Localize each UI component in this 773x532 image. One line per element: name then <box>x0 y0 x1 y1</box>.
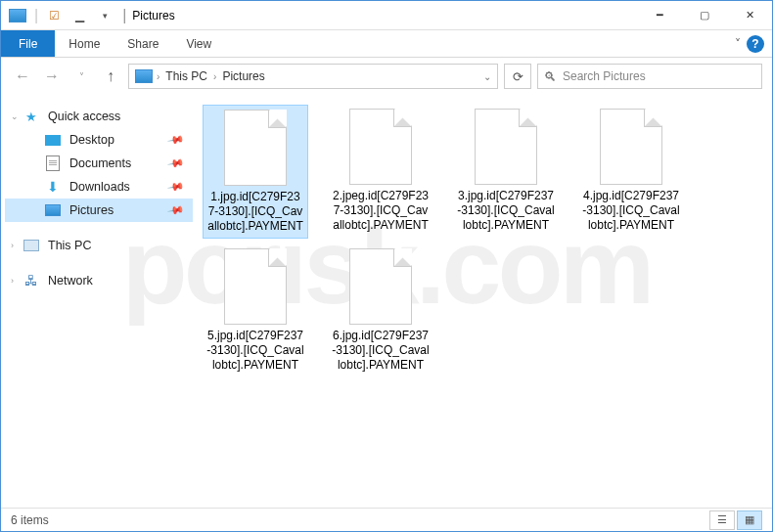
collapse-icon[interactable]: ⌄ <box>11 111 19 121</box>
file-item[interactable]: 2.jpeg.id[C279F237-3130].[ICQ_Cavallobtc… <box>328 105 433 239</box>
file-item[interactable]: 4.jpg.id[C279F237-3130].[ICQ_Cavallobtc]… <box>578 105 684 239</box>
file-item[interactable]: 1.jpg.id[C279F237-3130].[ICQ_Cavallobtc]… <box>203 105 308 239</box>
sidebar-label: Documents <box>69 156 131 170</box>
file-name: 4.jpg.id[C279F237-3130].[ICQ_Cavallobtc]… <box>582 189 680 233</box>
file-name: 2.jpeg.id[C279F237-3130].[ICQ_Cavallobtc… <box>332 189 430 233</box>
qat-properties-icon[interactable]: ☑ <box>42 5 66 26</box>
sidebar-label: Pictures <box>69 203 114 217</box>
breadcrumb-pictures[interactable]: Pictures <box>220 69 266 83</box>
expand-icon[interactable]: › <box>11 241 14 250</box>
chevron-right-icon[interactable]: › <box>213 71 216 82</box>
sidebar-item-network[interactable]: › 🖧 Network <box>5 269 193 292</box>
separator: | <box>34 7 38 24</box>
pin-icon: 📌 <box>167 155 186 173</box>
view-icons-button[interactable]: ▦ <box>737 510 762 530</box>
pin-icon: 📌 <box>167 178 186 197</box>
forward-button[interactable]: → <box>40 65 64 88</box>
star-icon: ★ <box>23 110 40 124</box>
folder-icon <box>135 69 153 83</box>
sidebar-label: Desktop <box>69 133 114 147</box>
tab-share[interactable]: Share <box>114 30 172 57</box>
help-icon[interactable]: ? <box>747 35 764 53</box>
search-input[interactable]: 🔍︎ Search Pictures <box>537 64 762 89</box>
up-button[interactable]: ↑ <box>99 65 122 88</box>
search-icon: 🔍︎ <box>544 69 557 84</box>
qat-dropdown-icon[interactable]: ▾ <box>93 5 116 26</box>
sidebar-label: Network <box>48 274 93 288</box>
address-bar[interactable]: › This PC › Pictures ⌄ <box>128 64 498 89</box>
titlebar: | ☑ ▁ ▾ | Pictures ━ ▢ ✕ <box>1 1 772 30</box>
status-bar: 6 items ☰ ▦ <box>1 508 772 531</box>
address-dropdown-icon[interactable]: ⌄ <box>483 71 491 82</box>
network-icon: 🖧 <box>23 273 40 288</box>
qat-new-folder-icon[interactable]: ▁ <box>68 5 91 26</box>
sidebar-item-desktop[interactable]: Desktop 📌 <box>5 128 193 152</box>
download-icon: ⬇ <box>44 179 62 195</box>
file-icon <box>224 248 287 325</box>
quick-access-toolbar: ☑ ▁ ▾ <box>42 5 116 26</box>
separator: | <box>122 7 126 24</box>
minimize-button[interactable]: ━ <box>637 1 682 30</box>
view-details-button[interactable]: ☰ <box>709 510 735 530</box>
desktop-icon <box>45 135 61 146</box>
tab-file[interactable]: File <box>1 30 55 57</box>
file-item[interactable]: 6.jpg.id[C279F237-3130].[ICQ_Cavallobtc]… <box>328 244 433 377</box>
maximize-button[interactable]: ▢ <box>682 1 727 30</box>
sidebar-item-downloads[interactable]: ⬇ Downloads 📌 <box>5 175 193 199</box>
tab-home[interactable]: Home <box>55 30 114 57</box>
sidebar-item-quick-access[interactable]: ⌄ ★ Quick access <box>5 105 193 128</box>
sidebar-item-documents[interactable]: Documents 📌 <box>5 152 193 175</box>
close-button[interactable]: ✕ <box>727 1 772 30</box>
pictures-icon <box>45 204 61 216</box>
file-name: 5.jpg.id[C279F237-3130].[ICQ_Cavallobtc]… <box>206 329 304 373</box>
back-button[interactable]: ← <box>11 65 34 88</box>
pc-icon <box>23 240 39 251</box>
window-title: Pictures <box>132 9 174 22</box>
explorer-icon <box>9 9 26 22</box>
ribbon-expand-icon[interactable]: ˅ <box>735 37 741 51</box>
file-item[interactable]: 5.jpg.id[C279F237-3130].[ICQ_Cavallobtc]… <box>203 244 308 377</box>
search-placeholder: Search Pictures <box>563 69 646 83</box>
file-icon <box>600 109 662 185</box>
sidebar-item-this-pc[interactable]: › This PC <box>5 234 193 257</box>
sidebar-item-pictures[interactable]: Pictures 📌 <box>5 199 193 222</box>
refresh-button[interactable]: ⟳ <box>504 64 531 89</box>
navigation-pane: ⌄ ★ Quick access Desktop 📌 Documents 📌 ⬇… <box>1 95 197 508</box>
file-name: 1.jpg.id[C279F237-3130].[ICQ_Cavallobtc]… <box>207 190 303 234</box>
breadcrumb-this-pc[interactable]: This PC <box>163 69 209 83</box>
pin-icon: 📌 <box>167 201 186 220</box>
file-list[interactable]: 1.jpg.id[C279F237-3130].[ICQ_Cavallobtc]… <box>197 95 772 508</box>
file-icon <box>349 248 412 325</box>
sidebar-label: Quick access <box>48 110 120 123</box>
ribbon: File Home Share View ˅ ? <box>1 30 772 58</box>
recent-dropdown-icon[interactable]: ˅ <box>69 65 93 88</box>
status-text: 6 items <box>11 513 49 527</box>
file-icon <box>475 109 537 185</box>
file-item[interactable]: 3.jpg.id[C279F237-3130].[ICQ_Cavallobtc]… <box>453 105 559 239</box>
sidebar-label: Downloads <box>69 180 130 194</box>
expand-icon[interactable]: › <box>11 276 14 286</box>
sidebar-label: This PC <box>48 239 91 252</box>
file-icon <box>349 109 412 185</box>
file-name: 3.jpg.id[C279F237-3130].[ICQ_Cavallobtc]… <box>457 189 555 233</box>
document-icon <box>46 155 60 171</box>
chevron-right-icon[interactable]: › <box>157 71 159 82</box>
tab-view[interactable]: View <box>172 30 225 57</box>
file-name: 6.jpg.id[C279F237-3130].[ICQ_Cavallobtc]… <box>332 329 430 373</box>
file-icon <box>224 110 287 186</box>
pin-icon: 📌 <box>167 131 186 150</box>
navigation-bar: ← → ˅ ↑ › This PC › Pictures ⌄ ⟳ 🔍︎ Sear… <box>1 58 772 95</box>
